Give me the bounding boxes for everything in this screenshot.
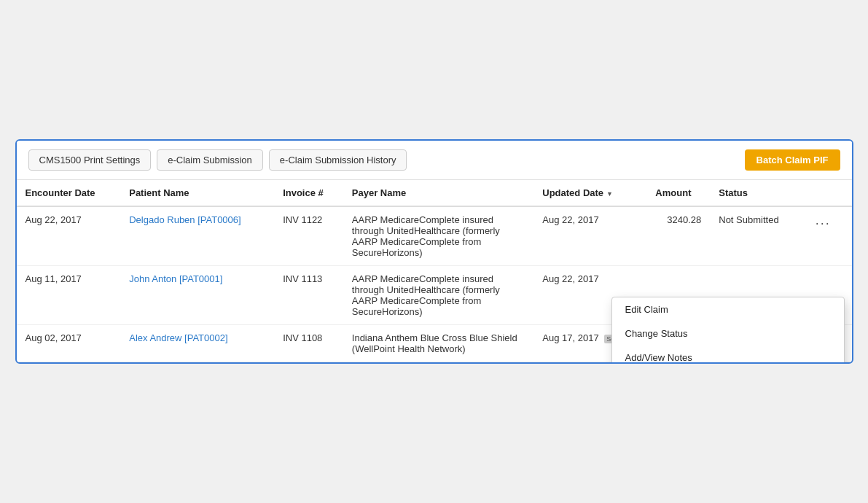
table-header-row: Encounter Date Patient Name Invoice # Pa… [17, 180, 852, 206]
eclaim-submission-history-button[interactable]: e-Claim Submission History [269, 149, 407, 171]
col-encounter-date: Encounter Date [17, 180, 121, 206]
table-row: Aug 22, 2017Delgado Ruben [PAT0006]INV 1… [17, 206, 852, 266]
cell-amount: 3240.28 [646, 206, 710, 266]
col-invoice: Invoice # [274, 180, 343, 206]
cms1500-print-settings-button[interactable]: CMS1500 Print Settings [28, 149, 152, 171]
col-payer-name: Payer Name [343, 180, 533, 206]
cell-patient-name[interactable]: John Anton [PAT0001] [120, 266, 274, 325]
more-options-button[interactable]: ··· [811, 214, 835, 233]
col-updated-date[interactable]: Updated Date [533, 180, 646, 206]
cell-payer-name: AARP MedicareComplete insured through Un… [343, 266, 533, 325]
col-status: Status [710, 180, 802, 206]
context-menu: Edit ClaimChange StatusAdd/View NotesAdd… [611, 297, 845, 364]
cell-encounter-date: Aug 22, 2017 [17, 206, 121, 266]
col-patient-name: Patient Name [120, 180, 274, 206]
cell-encounter-date: Aug 02, 2017 [17, 325, 121, 362]
cell-invoice: INV 1122 [274, 206, 343, 266]
cell-updated-date: Aug 22, 2017 [533, 206, 646, 266]
context-menu-item[interactable]: Add/View Notes [612, 346, 844, 364]
claims-table-wrapper: Encounter Date Patient Name Invoice # Pa… [17, 180, 852, 362]
cell-invoice: INV 1108 [274, 325, 343, 362]
cell-encounter-date: Aug 11, 2017 [17, 266, 121, 325]
cell-patient-name[interactable]: Delgado Ruben [PAT0006] [120, 206, 274, 266]
eclaim-submission-button[interactable]: e-Claim Submission [157, 149, 263, 171]
cell-patient-name[interactable]: Alex Andrew [PAT0002] [120, 325, 274, 362]
context-menu-item[interactable]: Edit Claim [612, 297, 844, 321]
cell-payer-name: AARP MedicareComplete insured through Un… [343, 206, 533, 266]
toolbar: CMS1500 Print Settings e-Claim Submissio… [17, 141, 852, 180]
context-menu-item[interactable]: Change Status [612, 321, 844, 346]
cell-invoice: INV 1113 [274, 266, 343, 325]
cell-status: Not Submitted [710, 206, 802, 266]
batch-claim-pif-button[interactable]: Batch Claim PIF [745, 149, 840, 171]
col-actions [802, 180, 852, 206]
cell-actions: ··· [802, 206, 852, 266]
toolbar-left: CMS1500 Print Settings e-Claim Submissio… [28, 149, 407, 171]
col-amount: Amount [646, 180, 710, 206]
cell-payer-name: Indiana Anthem Blue Cross Blue Shield (W… [343, 325, 533, 362]
